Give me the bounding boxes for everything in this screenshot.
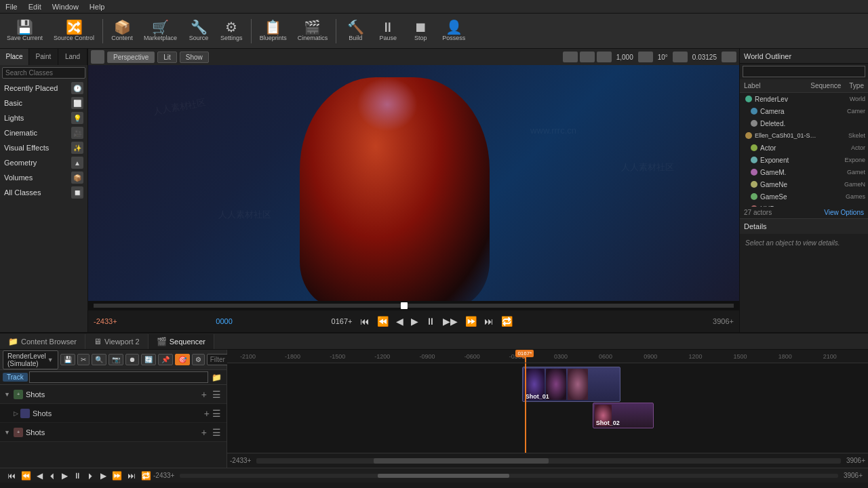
btn-loop[interactable]: 🔁 [498,314,515,328]
seq-extra-btn[interactable]: ⚙ [192,354,205,365]
outliner-item-ellen[interactable]: Ellen_CaSh01_01-S… Skelet [740,129,868,142]
sequencer-right[interactable]: -2100 -1800 -1500 -1200 -0900 -0600 -030… [227,350,868,468]
track-shots-header[interactable]: ▼ + Shots + ☰ [0,385,226,404]
vp-ctrl-6[interactable] [722,52,736,62]
save-button[interactable]: 💾 Save Current [3,18,47,43]
tab-sequencer[interactable]: 🎬 Sequencer [149,334,214,349]
gt-btn-end[interactable]: ⏭ [125,470,138,481]
pause-button[interactable]: ⏸ Pause [373,18,403,43]
blueprints-button[interactable]: 📋 Blueprints [256,18,291,43]
track-search-input[interactable] [29,371,208,383]
gt-btn-loop[interactable]: 🔁 [139,470,153,481]
timeline-scroll-thumb[interactable] [374,458,549,464]
outliner-item-exponent[interactable]: Exponent Expone [740,154,868,166]
gt-scroll-thumb[interactable] [378,474,509,478]
cinematics-button[interactable]: 🎬 Cinematics [294,18,332,43]
render-mode-selector[interactable]: RenderLevel (Simulate) ▼ [3,350,58,369]
build-button[interactable]: 🔨 Build [340,18,370,43]
track-shots2-header[interactable]: ▼ + Shots + ☰ [0,423,226,442]
menu-file[interactable]: File [0,1,23,12]
gt-scroll-track[interactable] [180,474,837,478]
menu-window[interactable]: Window [47,1,84,12]
class-group-vfx[interactable]: Visual Effects ✨ [0,140,87,155]
marketplace-button[interactable]: 🛒 Marketplace [140,18,181,43]
vp-ctrl-1[interactable] [563,52,578,62]
class-group-basic[interactable]: Basic ⬜ [0,96,87,110]
class-group-geometry[interactable]: Geometry ▲ [0,155,87,170]
timeline-scroll-track[interactable] [256,458,840,464]
settings-button[interactable]: ⚙ Settings [216,18,247,43]
shots-menu-btn[interactable]: ☰ [211,389,222,400]
outliner-item-renderlev[interactable]: RenderLev World [740,93,868,105]
content-button[interactable]: 📦 Content [107,18,137,43]
scrub-thumb[interactable] [401,302,408,309]
class-group-volumes[interactable]: Volumes 📦 [0,170,87,185]
outliner-item-gamen[interactable]: GameNe GameN [740,178,868,190]
gt-btn-next-frame[interactable]: ▶ [98,470,108,481]
class-group-all[interactable]: All Classes 🔲 [0,185,87,200]
stop-button[interactable]: ⏹ Stop [406,18,435,43]
gt-btn-prev-frame[interactable]: ◀ [35,470,45,481]
sub-add-btn[interactable]: + [203,408,211,419]
seq-orange-btn[interactable]: 🎯 [175,354,190,365]
seq-record-btn[interactable]: ⏺ [125,354,139,365]
outliner-item-camera[interactable]: Camera Camer [740,105,868,117]
outliner-item-games[interactable]: GameSe Games [740,190,868,203]
seq-save-btn[interactable]: 💾 [60,354,75,365]
gt-btn-next-key[interactable]: ⏩ [110,470,124,481]
gt-btn-play[interactable]: ▶ [60,470,70,481]
outliner-item-gamem[interactable]: GameM. Gamet [740,166,868,178]
viewport-lock[interactable] [91,50,104,64]
seq-cut-btn[interactable]: ✂ [77,354,90,365]
tab-content-browser[interactable]: 📁 Content Browser [0,334,85,349]
menu-help[interactable]: Help [84,1,111,12]
viewport[interactable]: Perspective Lit Show 1,000 10° 0.03125 [88,49,739,332]
outliner-item-deleted[interactable]: Deleted. [740,117,868,129]
tab-viewport-2[interactable]: 🖥 Viewport 2 [85,334,149,349]
track-add-folder-icon[interactable]: 📁 [210,373,224,382]
tab-landscape[interactable]: Land [58,49,87,65]
lit-btn[interactable]: Lit [157,52,177,63]
seq-find-btn[interactable]: 🔍 [92,354,106,365]
vp-ctrl-5[interactable] [673,52,688,62]
search-classes-input[interactable] [2,67,85,79]
gt-btn-start[interactable]: ⏮ [5,470,18,481]
possess-button[interactable]: 👤 Possess [438,18,469,43]
source-control-button[interactable]: 🔀 Source Control [50,18,98,43]
show-btn[interactable]: Show [180,52,209,63]
class-group-cinematic[interactable]: Cinematic 🎥 [0,125,87,140]
tab-paint[interactable]: Paint [29,49,58,65]
btn-next-key[interactable]: ⏩ [462,314,479,328]
tab-place[interactable]: Place [0,49,29,65]
btn-pause-vp[interactable]: ⏸ [423,314,438,328]
shots2-add-btn[interactable]: + [200,427,208,438]
seq-loop-btn[interactable]: 🔄 [141,354,156,365]
outliner-search-input[interactable] [743,66,865,77]
shots2-menu-btn[interactable]: ☰ [211,427,222,438]
clip-shot01[interactable]: Shot_01 [522,367,620,402]
source-button[interactable]: 🔧 Source [184,18,214,43]
vp-ctrl-3[interactable] [597,52,612,62]
outliner-item-actor[interactable]: Actor Actor [740,142,868,154]
btn-prev[interactable]: ◀ [393,314,406,328]
vp-ctrl-4[interactable] [638,52,653,62]
track-filter-tag[interactable]: Track [3,373,28,382]
clip-shot02[interactable]: Shot_02 [593,403,654,428]
btn-end[interactable]: ⏭ [481,314,496,328]
view-options-btn[interactable]: View Options [824,209,864,216]
btn-next[interactable]: ▶▶ [440,314,460,328]
menu-edit[interactable]: Edit [23,1,47,12]
class-group-lights[interactable]: Lights 💡 [0,110,87,125]
gt-btn-prev[interactable]: ⏴ [46,470,58,481]
shots-add-btn[interactable]: + [200,389,208,400]
gt-btn-prev-key[interactable]: ⏪ [19,470,33,481]
gt-btn-pause[interactable]: ⏸ [71,470,83,481]
perspective-btn[interactable]: Perspective [107,52,155,63]
gt-btn-next[interactable]: ⏵ [85,470,97,481]
scrub-bar[interactable] [88,301,739,310]
seq-camera-btn[interactable]: 📷 [108,354,123,365]
vp-ctrl-2[interactable] [580,52,595,62]
sub-menu-btn[interactable]: ☰ [211,408,222,419]
sub-track-shots-1[interactable]: ▷ Shots + ☰ [0,404,226,423]
seq-snap-btn[interactable]: 📌 [158,354,173,365]
